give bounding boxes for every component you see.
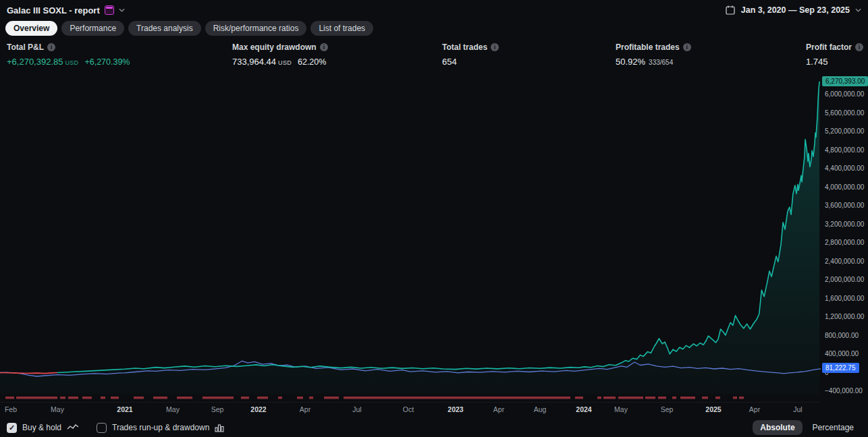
info-icon[interactable]: i: [855, 43, 863, 51]
trades-runup-checkbox[interactable]: [97, 423, 107, 433]
tab-overview[interactable]: Overview: [5, 21, 57, 36]
time-axis-label: 2025: [705, 405, 721, 413]
calendar-icon: [725, 5, 736, 16]
tab-trades-analysis[interactable]: Trades analysis: [128, 21, 201, 36]
info-icon[interactable]: i: [683, 43, 691, 51]
price-axis-label: 4,000,000.00: [825, 183, 864, 191]
report-tabs: OverviewPerformanceTrades analysisRisk/p…: [5, 21, 373, 36]
tab-risk-performance-ratios[interactable]: Risk/performance ratios: [205, 21, 307, 36]
buy-hold-toggle[interactable]: ✓ Buy & hold: [7, 423, 79, 433]
stat-profitable-trades: Profitable tradesi50.92%333/654: [616, 42, 691, 67]
drawdown-period-bar: [16, 397, 57, 399]
stat-label: Profitable trades: [616, 42, 680, 52]
price-axis-label: 400,000.00: [825, 350, 859, 357]
drawdown-period-bar: [257, 397, 268, 399]
drawdown-period-bar: [241, 397, 249, 399]
drawdown-period-bar: [177, 397, 192, 399]
time-axis-label: 2022: [250, 405, 266, 413]
drawdown-period-bar: [645, 397, 655, 399]
price-axis-label: 3,200,000.00: [825, 221, 864, 228]
bar-chart-icon: [215, 424, 224, 432]
time-axis-label: Apr: [300, 405, 310, 413]
time-axis-label: 2024: [576, 405, 591, 413]
price-axis-label: 800,000.00: [825, 332, 859, 339]
time-axis-label: Jul: [793, 405, 802, 413]
drawdown-period-bar: [297, 397, 303, 399]
price-axis-label: 5,600,000.00: [825, 109, 864, 117]
buy-hold-checkbox[interactable]: ✓: [7, 423, 17, 433]
time-axis-label: Apr: [493, 405, 504, 413]
stat-profit-factor: Profit factori1.745: [806, 42, 863, 67]
drawdown-period-bar: [739, 397, 744, 399]
stats-row: Total P&Li+6,270,392.85USD+6,270.39%Max …: [0, 42, 868, 72]
time-axis-label: 2021: [117, 405, 132, 413]
equity-area-fill: [0, 82, 819, 395]
price-axis-label: 1,200,000.00: [825, 313, 864, 320]
stat-value: 733,964.44USD62.20%: [232, 57, 328, 67]
top-bar: Galac III SOXL - report Jan 3, 2020 — Se…: [0, 0, 868, 20]
drawdown-period-bar: [603, 397, 616, 399]
info-icon[interactable]: i: [491, 43, 499, 51]
display-mode-switch: Absolute Percentage: [753, 420, 861, 435]
price-axis-label: 2,400,000.00: [825, 258, 864, 265]
price-axis-label: 4,400,000.00: [825, 165, 864, 172]
stat-label: Profit factor: [806, 42, 852, 52]
drawdown-period-bar: [82, 397, 92, 399]
tab-list-of-trades[interactable]: List of trades: [310, 21, 373, 36]
time-axis-label: Feb: [5, 405, 17, 413]
info-icon[interactable]: i: [47, 43, 55, 51]
absolute-mode-button[interactable]: Absolute: [753, 420, 802, 435]
price-axis[interactable]: 6,000,000.005,600,000.005,200,000.004,80…: [821, 74, 868, 415]
stat-value: 654: [442, 57, 499, 67]
stat-total-p-l: Total P&Li+6,270,392.85USD+6,270.39%: [7, 42, 130, 67]
price-axis-label: 5,200,000.00: [825, 127, 864, 135]
stat-label: Total trades: [442, 42, 487, 52]
time-axis-label: Apr: [749, 405, 760, 413]
time-axis-label: 2023: [447, 405, 463, 413]
drawdown-period-bar: [658, 397, 666, 399]
drawdown-period-bar: [597, 397, 601, 399]
price-axis-label: 1,600,000.00: [825, 295, 864, 302]
equity-price-badge: 6,270,393.00: [822, 76, 868, 86]
time-axis-label: Aug: [534, 405, 547, 413]
stat-value: 50.92%333/654: [616, 57, 691, 67]
chevron-down-icon: [119, 8, 125, 12]
drawdown-period-bar: [309, 397, 313, 399]
drawdown-period-bar: [134, 397, 144, 399]
buy-hold-price-badge: 81,222.75: [822, 363, 859, 373]
stat-label: Max equity drawdown: [232, 42, 317, 52]
equity-chart-plot[interactable]: [0, 74, 821, 403]
trades-runup-toggle[interactable]: Trades run-up & drawdown: [97, 423, 224, 433]
drawdown-period-bar: [672, 397, 676, 399]
time-axis-label: Sep: [661, 405, 674, 413]
price-axis-label: 6,000,000.00: [825, 90, 864, 98]
date-range-picker[interactable]: Jan 3, 2020 — Sep 23, 2025: [725, 5, 861, 16]
chevron-down-icon: [855, 8, 861, 12]
drawdown-period-bar: [733, 397, 737, 399]
drawdown-period-bar: [202, 397, 234, 399]
percentage-mode-button[interactable]: Percentage: [805, 420, 861, 435]
chart-footer: ✓ Buy & hold Trades run-up & drawdown Ab…: [0, 418, 868, 437]
price-axis-label: 4,800,000.00: [825, 146, 864, 154]
drawdown-period-bar: [111, 397, 119, 399]
trades-runup-label: Trades run-up & drawdown: [112, 423, 209, 432]
stat-value: 1.745: [806, 57, 863, 67]
price-axis-label: 2,000,000.00: [825, 276, 864, 283]
time-axis-label: Jul: [352, 405, 361, 413]
equity-line-negative: [0, 373, 57, 374]
tab-performance[interactable]: Performance: [61, 21, 124, 36]
strategy-icon: [105, 5, 114, 15]
drawdown-period-bar: [153, 397, 167, 399]
drawdown-period-bar: [5, 397, 14, 399]
drawdown-period-bar: [68, 397, 78, 399]
time-axis-label: Sep: [211, 405, 224, 413]
time-axis-label: Oct: [403, 405, 414, 413]
time-axis[interactable]: FebMay2021MaySep2022AprJulOct2023AprAug2…: [0, 402, 821, 416]
info-icon[interactable]: i: [320, 43, 328, 51]
drawdown-period-bar: [101, 397, 105, 399]
drawdown-period-bar: [278, 397, 282, 399]
price-axis-label: 3,600,000.00: [825, 202, 864, 209]
line-chart-icon: [67, 424, 79, 432]
report-title-dropdown[interactable]: Galac III SOXL - report: [7, 5, 125, 16]
stat-label: Total P&L: [7, 42, 44, 52]
